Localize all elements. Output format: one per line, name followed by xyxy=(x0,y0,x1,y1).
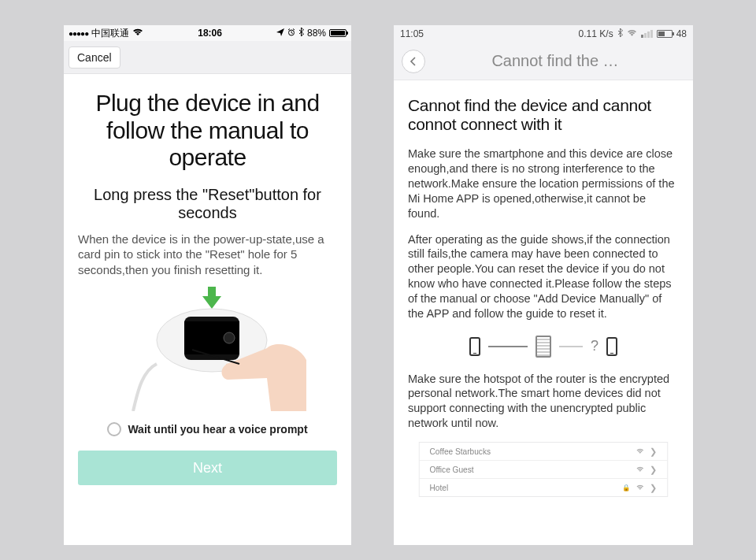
screenshot-right: 11:05 0.11 K/s 48 Cannot find the … Cann… xyxy=(394,25,693,545)
device-icon xyxy=(536,336,551,358)
nav-bar: Cannot find the … xyxy=(394,43,693,80)
svg-point-4 xyxy=(224,332,235,343)
status-bar: ●●●●● 中国联通 18:06 88% xyxy=(64,25,351,41)
chevron-right-icon: ❯ xyxy=(650,482,657,492)
instruction-body: When the device is in the power-up-state… xyxy=(78,232,337,278)
screenshot-left: ●●●●● 中国联通 18:06 88% Cancel Plug the dev… xyxy=(64,25,351,545)
bluetooth-icon xyxy=(617,28,623,39)
signal-icon xyxy=(641,30,653,38)
voice-prompt-checkbox[interactable]: Wait until you hear a voice prompt xyxy=(107,422,307,436)
checkbox-label: Wait until you hear a voice prompt xyxy=(128,423,307,436)
wifi-name: Hotel xyxy=(430,483,449,491)
next-button[interactable]: Next xyxy=(78,451,337,485)
wifi-row[interactable]: Coffee Starbucks ❯ xyxy=(420,443,668,460)
line-icon xyxy=(559,346,583,347)
clock: 18:06 xyxy=(198,28,222,39)
battery-fill xyxy=(331,31,345,35)
status-bar: 11:05 0.11 K/s 48 xyxy=(394,25,693,43)
signal-dots-icon: ●●●●● xyxy=(69,29,88,38)
nav-bar: Cancel xyxy=(64,41,351,74)
chevron-right-icon: ❯ xyxy=(650,464,657,474)
nav-title: Cannot find the … xyxy=(449,52,662,70)
wifi-icon xyxy=(636,447,644,455)
page-subtitle: Long press the "Reset"button for seconds xyxy=(78,186,337,222)
phone-icon xyxy=(469,337,480,356)
connection-diagram: ? xyxy=(408,336,679,358)
phone-icon xyxy=(606,337,617,356)
clock: 11:05 xyxy=(400,28,424,39)
battery-icon xyxy=(657,30,673,38)
page-title: Plug the device in and follow the manual… xyxy=(78,90,337,172)
radio-icon xyxy=(107,422,121,436)
line-icon xyxy=(488,346,528,347)
battery-pct: 48 xyxy=(676,28,687,39)
location-icon xyxy=(276,28,284,39)
help-paragraph-2: After operating as the guide shows,if th… xyxy=(408,232,679,321)
chevron-left-icon xyxy=(410,57,417,66)
wifi-icon xyxy=(132,28,143,39)
bluetooth-icon xyxy=(298,28,304,39)
page-title: Cannot find the device and cannot connot… xyxy=(408,96,679,134)
reset-illustration xyxy=(109,285,306,411)
battery-icon xyxy=(329,29,346,37)
main-content: Plug the device in and follow the manual… xyxy=(64,74,351,545)
back-button[interactable] xyxy=(402,50,425,73)
wifi-row[interactable]: Hotel 🔒 ❯ xyxy=(420,478,668,496)
wifi-name: Office Guest xyxy=(430,465,474,473)
help-paragraph-3: Make sure the hotspot of the router is t… xyxy=(408,372,679,431)
cancel-button[interactable]: Cancel xyxy=(69,46,120,69)
carrier-label: 中国联通 xyxy=(91,27,129,40)
wifi-icon xyxy=(636,465,644,473)
net-speed: 0.11 K/s xyxy=(579,28,613,39)
battery-pct: 88% xyxy=(307,28,326,39)
main-content: Cannot find the device and cannot connot… xyxy=(394,80,693,545)
lock-icon: 🔒 xyxy=(622,484,630,491)
alarm-icon xyxy=(287,28,295,39)
wifi-list: Coffee Starbucks ❯ Office Guest ❯ xyxy=(419,442,668,497)
chevron-right-icon: ❯ xyxy=(650,446,657,456)
wifi-name: Coffee Starbucks xyxy=(430,447,491,455)
wifi-icon xyxy=(627,28,637,39)
help-paragraph-1: Make sure the smartphone and this device… xyxy=(408,146,679,221)
wifi-row[interactable]: Office Guest ❯ xyxy=(420,460,668,478)
wifi-icon xyxy=(636,484,644,491)
question-mark-icon: ? xyxy=(591,338,598,354)
